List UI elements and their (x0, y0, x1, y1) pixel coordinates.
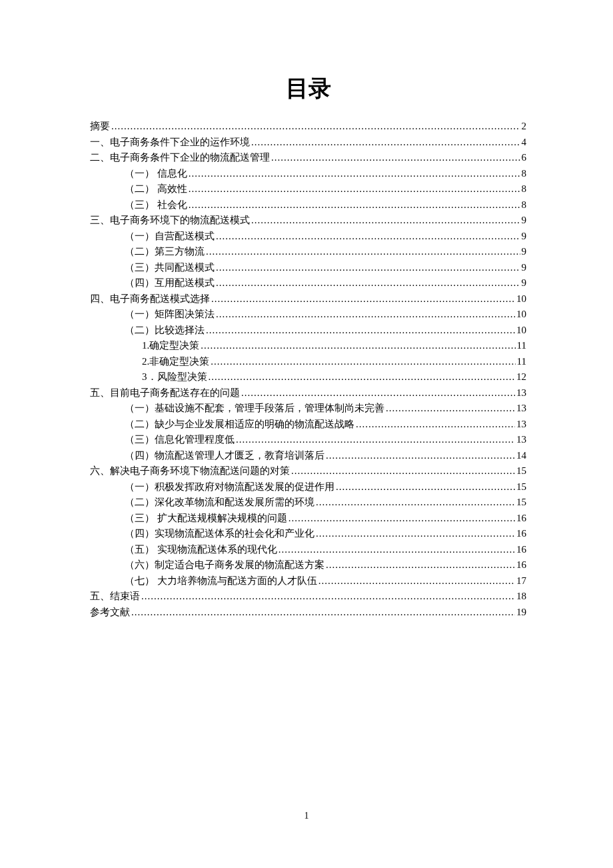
toc-entry: 三、电子商务环境下的物流配送模式9 (90, 213, 526, 229)
toc-entry: （二）缺少与企业发展相适应的明确的物流配送战略13 (90, 417, 526, 433)
toc-entry-page: 12 (516, 369, 526, 385)
toc-entry-page: 16 (516, 526, 526, 541)
toc-entry: （七） 大力培养物流与配送方面的人才队伍17 (90, 573, 526, 589)
toc-entry-page: 9 (522, 260, 527, 275)
toc-entry-page: 19 (516, 605, 526, 620)
toc-entry-page: 4 (522, 135, 527, 150)
toc-entry-label: （一）矩阵图决策法 (125, 307, 215, 322)
toc-entry: 1.确定型决策11 (90, 338, 526, 354)
toc-entry: （三） 扩大配送规模解决规模的问题16 (90, 511, 526, 527)
toc-leader-dots (189, 181, 520, 197)
toc-entry-page: 14 (516, 448, 526, 463)
toc-entry-label: （二） 高效性 (125, 181, 187, 197)
toc-entry-label: （一）自营配送模式 (125, 229, 215, 244)
toc-entry: 一、电子商务条件下企业的运作环境4 (90, 135, 526, 151)
toc-entry: （五） 实现物流配送体系的现代化16 (90, 542, 526, 558)
toc-entry-label: （七） 大力培养物流与配送方面的人才队伍 (125, 573, 317, 589)
toc-entry-label: （四）物流配送管理人才匮乏，教育培训落后 (125, 448, 324, 463)
toc-entry-label: 2.非确定型决策 (142, 354, 209, 369)
toc-entry: （六）制定适合电子商务发展的物流配送方案16 (90, 557, 526, 573)
toc-leader-dots (386, 401, 515, 416)
toc-entry: 六、解决电子商务环境下物流配送问题的对策15 (90, 463, 526, 479)
toc-entry: 2.非确定型决策11 (90, 354, 526, 370)
page-title: 目录 (90, 73, 526, 104)
toc-entry-page: 10 (516, 307, 526, 322)
toc-leader-dots (216, 307, 515, 322)
toc-entry-label: （三）信息化管理程度低 (125, 432, 235, 447)
toc-entry-label: （三） 扩大配送规模解决规模的问题 (125, 511, 287, 526)
toc-entry: （一）自营配送模式9 (90, 229, 526, 245)
toc-entry-label: 参考文献 (90, 605, 130, 620)
toc-entry: 二、电子商务条件下企业的物流配送管理6 (90, 150, 526, 166)
toc-leader-dots (131, 605, 515, 620)
toc-entry-page: 10 (516, 291, 526, 307)
toc-entry-label: （二）缺少与企业发展相适应的明确的物流配送战略 (125, 417, 354, 432)
toc-entry: （三） 社会化8 (90, 197, 526, 213)
toc-leader-dots (211, 354, 515, 369)
toc-entry-page: 8 (522, 181, 527, 197)
toc-entry-label: 摘要 (90, 119, 110, 134)
toc-leader-dots (279, 542, 515, 557)
toc-leader-dots (111, 119, 520, 134)
toc-entry-label: 3．风险型决策 (142, 369, 207, 385)
toc-entry: （三）信息化管理程度低13 (90, 432, 526, 448)
toc-leader-dots (189, 197, 520, 213)
toc-entry-page: 18 (516, 589, 526, 604)
toc-entry: （二）比较选择法10 (90, 323, 526, 339)
toc-leader-dots (236, 432, 515, 447)
toc-entry: 五、结束语18 (90, 589, 526, 605)
toc-entry-label: 一、电子商务条件下企业的运作环境 (90, 135, 250, 150)
toc-entry-page: 9 (522, 229, 527, 244)
toc-entry: （四）实现物流配送体系的社会化和产业化16 (90, 526, 526, 542)
toc-entry: （四）互用配送模式9 (90, 275, 526, 291)
toc-entry: 3．风险型决策12 (90, 369, 526, 385)
toc-entry: 参考文献19 (90, 605, 526, 621)
toc-entry-label: 六、解决电子商务环境下物流配送问题的对策 (90, 463, 290, 479)
toc-leader-dots (326, 448, 515, 463)
toc-leader-dots (206, 244, 520, 259)
toc-entry-page: 15 (516, 479, 526, 495)
table-of-contents: 摘要2一、电子商务条件下企业的运作环境4二、电子商务条件下企业的物流配送管理6（… (90, 119, 526, 620)
toc-entry: （一）矩阵图决策法10 (90, 307, 526, 323)
toc-leader-dots (201, 338, 515, 353)
toc-entry-label: 五、目前电子商务配送存在的问题 (90, 385, 240, 401)
toc-entry-page: 10 (516, 323, 526, 338)
toc-entry: （一） 信息化8 (90, 166, 526, 182)
toc-entry: （二） 高效性8 (90, 181, 526, 197)
toc-entry-label: （四）互用配送模式 (125, 275, 215, 291)
toc-leader-dots (216, 229, 520, 244)
toc-entry-label: 1.确定型决策 (142, 338, 199, 353)
toc-leader-dots (206, 323, 515, 338)
toc-entry-label: （三） 社会化 (125, 197, 187, 213)
document-page: 目录 摘要2一、电子商务条件下企业的运作环境4二、电子商务条件下企业的物流配送管… (0, 0, 613, 620)
toc-entry-label: 三、电子商务环境下的物流配送模式 (90, 213, 250, 228)
toc-entry-page: 11 (517, 354, 526, 369)
toc-entry-label: 五、结束语 (90, 589, 140, 604)
toc-entry-page: 16 (516, 557, 526, 573)
toc-entry-page: 8 (522, 166, 527, 181)
toc-leader-dots (216, 275, 520, 291)
toc-leader-dots (251, 135, 520, 150)
toc-entry-page: 9 (522, 275, 527, 291)
toc-leader-dots (189, 166, 520, 181)
toc-entry-label: （二）比较选择法 (125, 323, 205, 338)
toc-leader-dots (216, 260, 520, 275)
toc-entry-page: 9 (522, 244, 527, 259)
toc-entry-page: 13 (516, 401, 526, 416)
toc-entry-label: （六）制定适合电子商务发展的物流配送方案 (125, 557, 324, 573)
toc-entry: 四、电子商务配送模式选择10 (90, 291, 526, 307)
toc-leader-dots (356, 417, 515, 432)
toc-leader-dots (211, 291, 515, 307)
toc-leader-dots (336, 479, 515, 495)
toc-entry: （三）共同配送模式9 (90, 260, 526, 276)
toc-entry-page: 6 (522, 150, 527, 165)
toc-entry-page: 8 (522, 197, 527, 213)
toc-entry-label: （二）深化改革物流和配送发展所需的环境 (125, 495, 314, 510)
toc-entry-label: （二）第三方物流 (125, 244, 205, 259)
toc-entry-page: 16 (516, 511, 526, 526)
toc-entry: （四）物流配送管理人才匮乏，教育培训落后14 (90, 448, 526, 464)
toc-leader-dots (318, 573, 515, 589)
toc-entry-page: 2 (522, 119, 527, 134)
toc-entry: 五、目前电子商务配送存在的问题13 (90, 385, 526, 401)
toc-entry-page: 16 (516, 542, 526, 557)
